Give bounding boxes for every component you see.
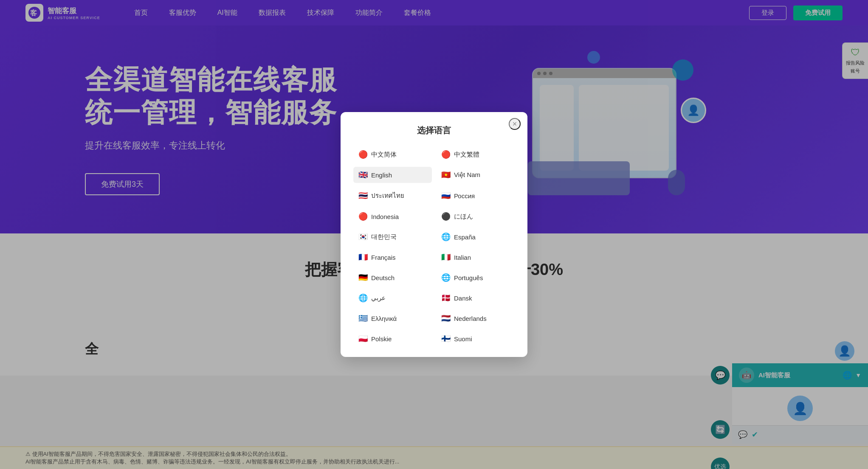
flag-thai: 🇹🇭 (358, 191, 368, 200)
lang-label-japanese: にほん (454, 213, 473, 221)
flag-zh-traditional: 🔴 (441, 150, 451, 159)
lang-item-french[interactable]: 🇫🇷 Français (353, 249, 432, 265)
lang-item-russian[interactable]: 🇷🇺 Россия (436, 187, 515, 204)
lang-item-danish[interactable]: 🇩🇰 Dansk (436, 290, 515, 306)
lang-label-vietnam: Việt Nam (454, 171, 480, 179)
flag-greek: 🇬🇷 (358, 314, 368, 323)
lang-label-portuguese: Português (454, 274, 483, 281)
lang-item-finnish[interactable]: 🇫🇮 Suomi (436, 331, 515, 347)
flag-indonesia: 🔴 (358, 212, 368, 221)
lang-dialog-title: 选择语言 (353, 125, 515, 136)
flag-french: 🇫🇷 (358, 253, 368, 262)
lang-item-zh-traditional[interactable]: 🔴 中文繁體 (436, 146, 515, 163)
lang-label-danish: Dansk (454, 295, 472, 302)
lang-dialog: 选择语言 × 🔴 中文简体 🔴 中文繁體 🇬🇧 English 🇻🇳 Việt … (341, 112, 527, 357)
flag-spanish: 🌐 (441, 232, 451, 242)
lang-label-italian: Italian (454, 254, 471, 261)
lang-label-greek: Ελληνικά (371, 315, 397, 322)
flag-vietnam: 🇻🇳 (441, 170, 451, 180)
flag-korean: 🇰🇷 (358, 232, 368, 242)
flag-arabic: 🌐 (358, 293, 368, 303)
lang-item-zh-simplified[interactable]: 🔴 中文简体 (353, 146, 432, 163)
flag-zh-simplified: 🔴 (358, 150, 368, 159)
lang-item-spanish[interactable]: 🌐 España (436, 229, 515, 245)
lang-label-russian: Россия (454, 192, 475, 199)
lang-label-german: Deutsch (371, 274, 395, 281)
lang-label-arabic: عربي (371, 294, 386, 302)
lang-item-thai[interactable]: 🇹🇭 ประเทศไทย (353, 187, 432, 204)
lang-label-thai: ประเทศไทย (371, 191, 404, 201)
lang-item-indonesia[interactable]: 🔴 Indonesia (353, 208, 432, 225)
lang-item-arabic[interactable]: 🌐 عربي (353, 290, 432, 306)
lang-label-korean: 대한민국 (371, 233, 397, 241)
lang-item-korean[interactable]: 🇰🇷 대한민국 (353, 229, 432, 245)
flag-japanese: ⚫ (441, 212, 451, 221)
flag-english: 🇬🇧 (358, 170, 368, 180)
lang-item-english[interactable]: 🇬🇧 English (353, 167, 432, 183)
flag-dutch: 🇳🇱 (441, 314, 451, 323)
lang-item-greek[interactable]: 🇬🇷 Ελληνικά (353, 310, 432, 326)
lang-item-italian[interactable]: 🇮🇹 Italian (436, 249, 515, 265)
lang-item-dutch[interactable]: 🇳🇱 Nederlands (436, 310, 515, 326)
lang-label-zh-simplified: 中文简体 (371, 151, 397, 159)
flag-german: 🇩🇪 (358, 273, 368, 282)
lang-label-english: English (371, 171, 392, 179)
flag-finnish: 🇫🇮 (441, 334, 451, 343)
lang-label-french: Français (371, 254, 396, 261)
lang-label-finnish: Suomi (454, 335, 472, 343)
lang-label-polish: Polskie (371, 335, 392, 343)
lang-item-german[interactable]: 🇩🇪 Deutsch (353, 270, 432, 286)
lang-item-japanese[interactable]: ⚫ にほん (436, 208, 515, 225)
lang-item-portuguese[interactable]: 🌐 Português (436, 270, 515, 286)
lang-item-vietnam[interactable]: 🇻🇳 Việt Nam (436, 167, 515, 183)
lang-label-spanish: España (454, 233, 476, 241)
lang-label-indonesia: Indonesia (371, 213, 399, 220)
lang-item-polish[interactable]: 🇵🇱 Polskie (353, 331, 432, 347)
lang-label-dutch: Nederlands (454, 315, 487, 322)
flag-danish: 🇩🇰 (441, 293, 451, 303)
flag-russian: 🇷🇺 (441, 191, 451, 200)
lang-close-button[interactable]: × (509, 118, 521, 130)
flag-polish: 🇵🇱 (358, 334, 368, 343)
lang-grid: 🔴 中文简体 🔴 中文繁體 🇬🇧 English 🇻🇳 Việt Nam 🇹🇭 … (353, 146, 515, 347)
flag-portuguese: 🌐 (441, 273, 451, 282)
lang-label-zh-traditional: 中文繁體 (454, 151, 479, 159)
lang-dialog-overlay[interactable]: 选择语言 × 🔴 中文简体 🔴 中文繁體 🇬🇧 English 🇻🇳 Việt … (0, 0, 868, 469)
flag-italian: 🇮🇹 (441, 253, 451, 262)
